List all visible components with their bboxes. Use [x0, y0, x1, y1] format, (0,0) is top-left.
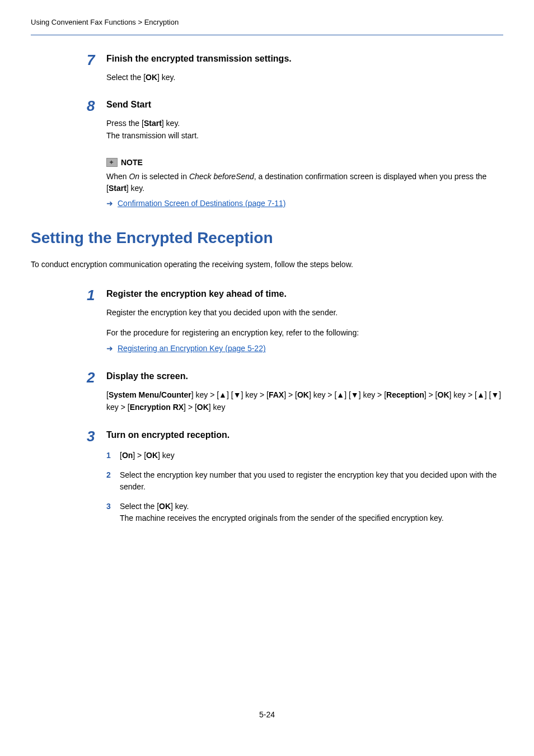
text-bold: Start: [109, 184, 127, 193]
rstep2-title: Display the screen.: [106, 370, 503, 383]
text: ] > [: [184, 403, 197, 412]
text: ] key: [209, 403, 226, 412]
text-bold: OK: [438, 390, 449, 399]
text-bold: FAX: [269, 390, 284, 399]
text: Select the [: [120, 502, 159, 511]
text: For the procedure for registering an enc…: [106, 326, 503, 339]
step-8: 8 Send Start Press the [Start] key. The …: [106, 98, 503, 142]
step-7-title: Finish the encrypted transmission settin…: [106, 52, 503, 66]
rstep1-body: Register the encryption key that you dec…: [106, 306, 503, 355]
text: The transmission will start.: [106, 129, 503, 142]
confirmation-link[interactable]: Confirmation Screen of Destinations (pag…: [118, 198, 285, 209]
text: ] key: [158, 451, 175, 460]
reception-step-3: 3 Turn on encrypted reception. 1 [On] > …: [106, 428, 503, 524]
note-icon: [106, 158, 118, 167]
step-number-1: 1: [87, 284, 95, 306]
text-italic: On: [129, 172, 139, 181]
text: ] key.: [157, 73, 175, 82]
text-italic: Check beforeSend: [189, 172, 254, 181]
reception-step-1: 1 Register the encryption key ahead of t…: [106, 287, 503, 355]
rstep2-body: [System Menu/Counter] key > [▲] [▼] key …: [106, 389, 503, 414]
text-bold: Encryption RX: [130, 403, 184, 412]
text: When: [106, 172, 129, 181]
text: ] > [: [133, 451, 146, 460]
sub-step-num: 1: [106, 450, 111, 461]
text: ] > [: [424, 390, 438, 399]
step-number-3: 3: [87, 426, 95, 447]
sub-step-list: 1 [On] > [OK] key 2 Select the encryptio…: [106, 450, 503, 524]
note-box: NOTE When On is selected in Check before…: [106, 157, 503, 209]
reception-step-2: 2 Display the screen. [System Menu/Count…: [106, 370, 503, 414]
page-number: 5-24: [31, 709, 503, 721]
text-bold: OK: [197, 403, 209, 412]
text-bold: OK: [297, 390, 309, 399]
link-row: ➜ Registering an Encryption Key (page 5-…: [106, 342, 503, 354]
arrow-icon: ➜: [106, 342, 113, 354]
arrow-icon: ➜: [106, 198, 113, 209]
text-bold: Start: [144, 119, 162, 128]
text-bold: OK: [146, 451, 158, 460]
section-intro: To conduct encryption communication oper…: [31, 259, 503, 270]
text-bold: System Menu/Counter: [109, 390, 191, 399]
text: Press the [: [106, 119, 144, 128]
text-bold: On: [122, 451, 133, 460]
text-bold: OK: [159, 502, 171, 511]
text: Register the encryption key that you dec…: [106, 306, 503, 319]
section-heading: Setting the Encrypted Reception: [31, 226, 503, 250]
note-header: NOTE: [106, 157, 503, 169]
step-8-body: Press the [Start] key. The transmission …: [106, 117, 503, 142]
text: ] key > [▲] [▼] key > [: [191, 390, 269, 399]
link-row: ➜ Confirmation Screen of Destinations (p…: [106, 198, 503, 209]
step-number-8: 8: [87, 95, 95, 117]
text: ] key.: [127, 184, 144, 193]
rstep3-title: Turn on encrypted reception.: [106, 428, 503, 442]
note-text: When On is selected in Check beforeSend,…: [106, 171, 503, 194]
sub-step-3: 3 Select the [OK] key. The machine recei…: [106, 501, 503, 524]
text: is selected in: [139, 172, 189, 181]
rstep1-title: Register the encryption key ahead of tim…: [106, 287, 503, 301]
text: ] key.: [162, 119, 180, 128]
text-bold: OK: [146, 73, 157, 82]
step-number-2: 2: [87, 367, 95, 389]
text: ] > [: [284, 390, 297, 399]
text: The machine receives the encrypted origi…: [120, 512, 503, 524]
step-8-title: Send Start: [106, 98, 503, 111]
sub-step-2: 2 Select the encryption key number that …: [106, 469, 503, 493]
step-7: 7 Finish the encrypted transmission sett…: [106, 52, 503, 83]
text-bold: Reception: [386, 390, 424, 399]
text: ] key.: [171, 502, 189, 511]
sub-step-num: 3: [106, 501, 111, 512]
text: Select the [: [106, 73, 146, 82]
step-number-7: 7: [87, 49, 95, 71]
breadcrumb: Using Convenient Fax Functions > Encrypt…: [31, 17, 503, 35]
sub-step-1: 1 [On] > [OK] key: [106, 450, 503, 461]
sub-step-num: 2: [106, 469, 111, 481]
step-7-body: Select the [OK] key.: [106, 71, 503, 83]
text: Select the encryption key number that yo…: [120, 470, 496, 491]
note-label: NOTE: [121, 157, 143, 169]
registering-key-link[interactable]: Registering an Encryption Key (page 5-22…: [118, 342, 266, 354]
text: ] key > [▲] [▼] key > [: [309, 390, 386, 399]
